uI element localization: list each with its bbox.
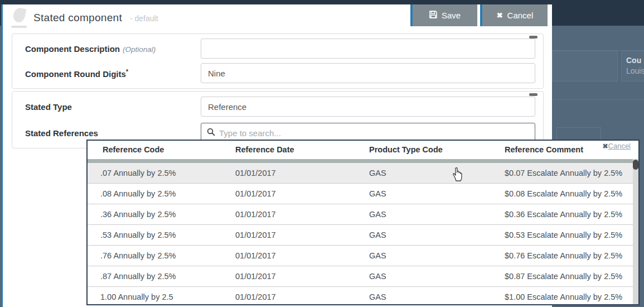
background-county-field: Cou Louis bbox=[621, 51, 644, 81]
component-panel: Component Description(Optional) Componen… bbox=[12, 33, 544, 89]
table-row[interactable]: .53 Annually by 2.5%01/01/2017GAS$0.53 E… bbox=[88, 225, 638, 246]
column-header-product-type-code: Product Type Code bbox=[369, 145, 443, 154]
table-row[interactable]: .87 Annually by 2.5%01/01/2017GAS$0.87 E… bbox=[88, 266, 638, 287]
column-header-reference-code: Reference Code bbox=[103, 145, 164, 154]
stated-type-label: Stated Type bbox=[25, 102, 72, 112]
stated-type-input[interactable] bbox=[201, 97, 535, 117]
column-header-reference-date: Reference Date bbox=[235, 145, 294, 154]
component-round-digits-label: Component Round Digits* bbox=[25, 68, 128, 79]
reference-search-dropdown: Reference Code Reference Date Product Ty… bbox=[86, 140, 640, 305]
save-button[interactable]: Save bbox=[410, 4, 477, 26]
background-field-value: Louis bbox=[626, 66, 644, 75]
search-icon bbox=[207, 128, 215, 138]
dropdown-cancel-link[interactable]: ✖Cancel bbox=[602, 142, 631, 150]
dropdown-row-list: .07 Annually by 2.5%01/01/2017GAS$0.07 E… bbox=[88, 163, 638, 304]
scrollbar-track[interactable] bbox=[633, 159, 638, 304]
required-mark: * bbox=[126, 68, 128, 75]
dropdown-header-divider bbox=[88, 159, 638, 163]
component-description-label: Component Description(Optional) bbox=[25, 44, 156, 54]
component-round-digits-input[interactable] bbox=[201, 63, 535, 83]
stated-references-label: Stated References bbox=[25, 128, 98, 138]
table-row[interactable]: 1.00 Annually by 2.501/01/2017GAS$1.00 E… bbox=[88, 287, 638, 304]
close-icon: ✖ bbox=[497, 11, 503, 20]
table-row[interactable]: .08 Annually by 2.5%01/01/2017GAS$0.08 E… bbox=[88, 184, 638, 204]
component-description-input[interactable] bbox=[201, 39, 535, 59]
save-button-label: Save bbox=[442, 11, 461, 20]
modal-subtitle: - default bbox=[130, 14, 158, 23]
background-field-label: Cou bbox=[626, 56, 644, 65]
scrollbar-thumb[interactable] bbox=[633, 160, 638, 170]
background-divider bbox=[552, 99, 644, 100]
search-input[interactable] bbox=[219, 128, 529, 138]
cancel-button-label: Cancel bbox=[507, 11, 534, 20]
dropdown-header: Reference Code Reference Date Product Ty… bbox=[88, 141, 638, 159]
table-row[interactable]: .07 Annually by 2.5%01/01/2017GAS$0.07 E… bbox=[88, 163, 638, 184]
table-row[interactable]: .76 Annually by 2.5%01/01/2017GAS$0.76 E… bbox=[88, 246, 638, 266]
modal-title: Stated component bbox=[33, 12, 122, 24]
column-header-reference-comment: Reference Comment bbox=[505, 145, 583, 154]
close-icon: ✖ bbox=[602, 142, 608, 150]
optional-tag: (Optional) bbox=[123, 45, 156, 54]
cancel-button[interactable]: ✖ Cancel bbox=[480, 4, 548, 26]
panel-collapse-handle-icon[interactable] bbox=[529, 93, 538, 96]
screen: Cou Louis Stated component - default Sav… bbox=[0, 0, 644, 307]
modal-header: Stated component - default Save ✖ Cancel bbox=[3, 4, 552, 33]
table-row[interactable]: .36 Annually by 2.5%01/01/2017GAS$0.36 E… bbox=[88, 204, 638, 225]
save-icon bbox=[429, 11, 437, 20]
background-field-box bbox=[552, 51, 618, 81]
flame-logo-icon bbox=[11, 7, 28, 28]
